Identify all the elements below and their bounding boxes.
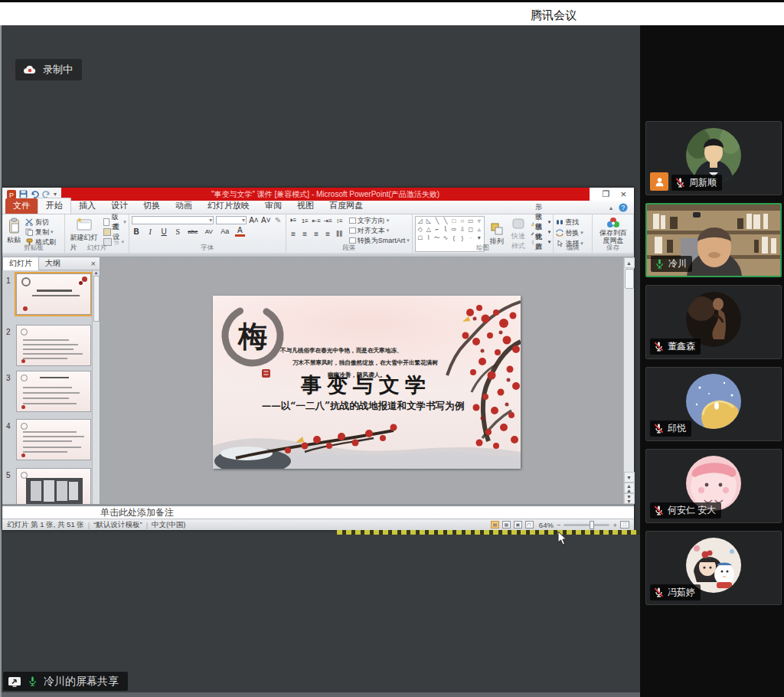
reset-button[interactable]: 重设 <box>103 227 126 237</box>
replace-button[interactable]: 替换▾ <box>556 228 590 237</box>
zoom-slider-thumb[interactable] <box>590 521 594 529</box>
participant-tile-heanren[interactable]: 何安仁 安大 <box>645 449 782 523</box>
text-shadow-button[interactable]: S <box>173 227 183 236</box>
font-name-combo[interactable]: ▾ <box>132 216 214 224</box>
font-color-button[interactable]: A <box>235 226 245 237</box>
justify-button[interactable]: ≡ <box>323 230 333 238</box>
mic-muted-icon <box>653 341 665 352</box>
tab-home[interactable]: 开始 <box>38 198 71 214</box>
status-language[interactable]: 中文(中国) <box>152 520 185 530</box>
slide-thumbnail-2[interactable] <box>16 325 91 366</box>
zoom-in-button[interactable]: + <box>612 521 617 529</box>
recording-label: 录制中 <box>43 63 73 77</box>
host-badge <box>650 172 668 191</box>
panel-tab-slides[interactable]: 幻灯片 <box>2 257 39 270</box>
align-center-button[interactable]: ≡ <box>300 230 310 238</box>
tab-design[interactable]: 设计 <box>103 198 136 214</box>
slide-thumbnail-4[interactable] <box>16 419 91 460</box>
scroll-up-icon[interactable]: ▲ <box>624 257 635 268</box>
underline-button[interactable]: U <box>159 227 169 236</box>
panel-tab-outline[interactable]: 大纲 <box>39 257 67 270</box>
align-text-button[interactable]: 对齐文本▾ <box>349 226 410 235</box>
font-size-combo[interactable]: ▾ <box>216 216 247 224</box>
svg-text:P: P <box>9 191 14 198</box>
tab-view[interactable]: 视图 <box>289 198 322 214</box>
slideshow-view-button[interactable]: ⛫ <box>525 521 534 528</box>
recording-indicator[interactable]: 录制中 <box>15 59 82 80</box>
change-case-button[interactable]: Aa <box>219 227 231 235</box>
bold-button[interactable]: B <box>132 227 142 236</box>
normal-view-button[interactable]: ▤ <box>491 521 499 528</box>
share-banner-label: 冷川的屏幕共享 <box>44 675 119 689</box>
line-spacing-button[interactable]: ↕≡ <box>335 218 345 224</box>
fit-to-window-button[interactable]: ⛶ <box>620 521 629 528</box>
slide-thumbnail-3[interactable] <box>16 371 91 412</box>
taskbar-highlight-stripe <box>337 530 640 535</box>
next-slide-button[interactable]: ▼▼ <box>624 493 635 504</box>
mic-on-icon <box>27 676 38 687</box>
slide-sorter-view-button[interactable]: ▦ <box>502 521 511 528</box>
paste-button[interactable]: 粘贴 <box>5 216 23 247</box>
participant-tile-zhouxinshun[interactable]: 周新顺 <box>645 121 782 195</box>
zoom-level[interactable]: 64% <box>539 521 554 529</box>
tab-transitions[interactable]: 切换 <box>136 198 168 214</box>
slide-canvas[interactable]: 梅 不与凡桃俗李在春光中争艳，而是在天寒地冻、 万木不禁寒风时，独自傲然绽放，在… <box>213 296 521 469</box>
increase-indent-button[interactable]: ⇥≡ <box>323 218 333 224</box>
panel-close-button[interactable]: × <box>91 259 100 268</box>
close-window-button[interactable]: × <box>620 188 626 200</box>
align-left-button[interactable]: ≡ <box>289 230 299 238</box>
notes-placeholder: 单击此处添加备注 <box>100 506 174 519</box>
numbering-button[interactable]: 1≡ <box>300 218 310 224</box>
screen-share-banner[interactable]: 冷川的屏幕共享 <box>3 672 128 691</box>
participant-tile-lengchuan[interactable]: 冷川 <box>645 203 782 277</box>
participant-tile-qiuyue[interactable]: 邱悦 <box>645 367 782 441</box>
shrink-font-button[interactable]: A˅ <box>261 216 271 224</box>
save-icon[interactable] <box>19 190 28 198</box>
notes-pane[interactable]: 单击此处添加备注 <box>2 504 634 519</box>
char-spacing-button[interactable]: AV <box>203 228 215 235</box>
help-icon[interactable]: ? <box>619 203 628 212</box>
ink-character: 梅 <box>237 319 267 353</box>
reading-view-button[interactable]: ▣ <box>514 521 522 528</box>
slide-title[interactable]: 事变与文学 <box>300 373 431 397</box>
align-right-button[interactable]: ≡ <box>312 230 322 238</box>
decrease-indent-button[interactable]: ⇤≡ <box>312 218 322 224</box>
find-button[interactable]: 查找 <box>556 218 590 227</box>
italic-button[interactable]: I <box>145 227 155 236</box>
participant-tile-fengruting[interactable]: 冯茹婷 <box>645 531 782 605</box>
restore-window-button[interactable]: ❐ <box>603 189 610 199</box>
grow-font-button[interactable]: A˄ <box>249 216 259 224</box>
tab-insert[interactable]: 插入 <box>71 198 103 214</box>
powerpoint-window: P ▾ "事变与文学" 课件 [兼容模式] - Microsoft PowerP… <box>2 188 634 530</box>
tab-slideshow[interactable]: 幻灯片放映 <box>200 198 257 214</box>
slide-number: 2 <box>6 328 11 336</box>
status-template: “默认设计模板” <box>93 520 142 530</box>
tab-baidu-netdisk[interactable]: 百度网盘 <box>322 198 371 214</box>
clear-formatting-button[interactable]: ✎ <box>273 216 283 224</box>
bullets-button[interactable]: 🞂≡ <box>289 217 299 224</box>
slide-subtitle[interactable]: ——以“一二八”抗战的战地报道和文学书写为例 <box>262 400 465 411</box>
zoom-slider[interactable] <box>564 524 609 526</box>
tab-file[interactable]: 文件 <box>5 198 38 214</box>
columns-button[interactable]: ‖‖ <box>335 230 345 238</box>
editor-scrollbar[interactable]: ▲ ▼ ▲▲ ▼▼ <box>623 257 634 504</box>
collapse-ribbon-icon[interactable]: ▴ <box>609 205 612 211</box>
slide-thumbnail-5[interactable] <box>16 468 91 504</box>
qat-dropdown-icon[interactable]: ▾ <box>54 191 57 198</box>
previous-slide-button[interactable]: ▲▲ <box>624 483 635 493</box>
copy-button[interactable]: 复制▾ <box>25 227 56 237</box>
slide-thumbnail-1[interactable] <box>16 273 91 315</box>
strikethrough-button[interactable]: abc <box>187 228 199 235</box>
participant-tile-dongxinsen[interactable]: 董鑫森 <box>645 285 782 359</box>
scrollbar-thumb[interactable] <box>625 269 634 289</box>
cut-button[interactable]: 剪切 <box>25 218 56 227</box>
tab-animations[interactable]: 动画 <box>168 198 200 214</box>
panel-scrollbar[interactable]: ▲ <box>92 270 100 504</box>
text-direction-button[interactable]: 文字方向▾ <box>349 216 410 225</box>
slide-number: 5 <box>6 471 11 479</box>
save-to-baidu-button[interactable]: 保存到百度网盘 <box>595 216 632 246</box>
tab-review[interactable]: 审阅 <box>257 198 289 214</box>
zoom-out-button[interactable]: − <box>557 521 561 529</box>
scroll-down-icon[interactable]: ▼ <box>624 472 635 483</box>
ribbon-group-paragraph: 🞂≡ 1≡ ⇤≡ ⇥≡ ↕≡ ≡ ≡ ≡ ≡ ‖‖ <box>286 214 413 253</box>
